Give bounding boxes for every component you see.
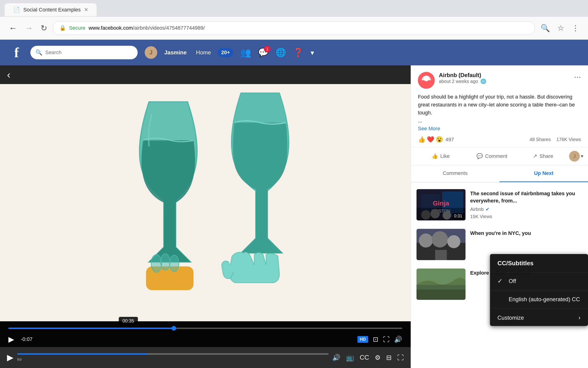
svg-point-13 bbox=[421, 210, 430, 220]
fb-main-content: ‹ bbox=[0, 65, 588, 368]
fb-nav-dropdown-icon-wrapper[interactable]: ▾ bbox=[311, 49, 314, 57]
bottom-fullscreen-button[interactable]: ⛶ bbox=[397, 354, 404, 361]
url-path: /airbnb/videos/4754877744989/ bbox=[133, 25, 205, 31]
bottom-cast-button[interactable]: 📺 bbox=[346, 354, 354, 361]
thumb-duration-1: 0:31 bbox=[452, 213, 464, 219]
tab-up-next[interactable]: Up Next bbox=[499, 165, 588, 182]
globe-icon: 🌐 bbox=[276, 48, 286, 57]
share-label: Share bbox=[539, 153, 553, 159]
post-menu-button[interactable]: ··· bbox=[574, 72, 581, 82]
progress-bar-wrapper[interactable]: 00:35 bbox=[9, 325, 402, 331]
svg-point-6 bbox=[424, 76, 429, 81]
address-input-wrapper[interactable]: 🔒 Secure www.facebook.com/airbnb/videos/… bbox=[53, 21, 535, 35]
lock-icon: 🔒 bbox=[60, 25, 66, 31]
hd-badge: HD bbox=[357, 336, 368, 343]
verified-icon-1: ✔ bbox=[486, 206, 490, 212]
share-button[interactable]: ↗ Share bbox=[518, 150, 568, 163]
sidebar-tabs: Comments Up Next bbox=[411, 165, 588, 183]
fb-nav-globe-icon-wrapper[interactable]: 🌐 bbox=[276, 48, 286, 57]
url-text: www.facebook.com/airbnb/videos/475487774… bbox=[89, 25, 205, 31]
video-thumbnail-1: Ginja KINSTON 0:31 bbox=[417, 189, 465, 221]
browser-tab[interactable]: 📄 Social Content Examples ✕ bbox=[5, 3, 97, 16]
url-secure-label: Secure bbox=[69, 25, 85, 31]
user-avatar-small: J bbox=[569, 151, 580, 162]
video-title-1: The second issue of #airbnbmag takes you… bbox=[470, 190, 582, 204]
fb-nav-friends-icon-wrapper[interactable]: 👥 bbox=[240, 47, 251, 58]
check-icon: ✓ bbox=[498, 277, 504, 285]
video-thumbnail-3 bbox=[417, 268, 465, 300]
list-item[interactable]: Ginja KINSTON 0:31 The second issue of #… bbox=[411, 185, 588, 225]
tab-comments[interactable]: Comments bbox=[411, 165, 499, 182]
svg-point-20 bbox=[447, 235, 460, 248]
bottom-miniplayer-button[interactable]: ⊟ bbox=[386, 354, 392, 361]
progress-thumb bbox=[171, 326, 176, 331]
refresh-button[interactable]: ↻ bbox=[39, 21, 49, 35]
bookmark-button[interactable]: ☆ bbox=[556, 22, 566, 34]
bottom-play-button[interactable]: ▶ bbox=[7, 353, 14, 362]
controls-row: ▶ -0:07 HD ⊡ ⛶ 🔊 bbox=[9, 335, 402, 344]
like-label: Like bbox=[440, 153, 450, 159]
cc-option-off[interactable]: ✓ Off bbox=[490, 273, 588, 289]
fb-logo: f bbox=[9, 45, 23, 61]
post-see-more[interactable]: See More bbox=[418, 126, 440, 131]
svg-point-14 bbox=[430, 209, 440, 218]
bottom-progress-area[interactable]: ke bbox=[17, 353, 329, 362]
bottom-settings-button[interactable]: ⚙ bbox=[375, 354, 381, 361]
comment-button[interactable]: 💬 Comment bbox=[467, 150, 517, 163]
browser-tab-bar: 📄 Social Content Examples ✕ bbox=[0, 0, 588, 16]
back-button[interactable]: ← bbox=[7, 21, 19, 35]
browser-window: 📄 Social Content Examples ✕ ← → ↻ 🔒 Secu… bbox=[0, 0, 588, 368]
post-reactions: 👍 ❤️ 😮 497 48 Shares 176K Views bbox=[418, 136, 581, 143]
friends-icon: 👥 bbox=[240, 48, 251, 57]
fb-nav-notification-count[interactable]: 20+ bbox=[218, 48, 233, 57]
progress-bar-filled bbox=[9, 328, 174, 329]
shares-count: 48 Shares bbox=[530, 137, 551, 142]
fullscreen-button[interactable]: ⛶ bbox=[383, 336, 389, 343]
post-body-text: Food should be a highlight of your trip,… bbox=[418, 94, 575, 116]
svg-rect-0 bbox=[60, 84, 351, 321]
video-back-button[interactable]: ‹ bbox=[7, 69, 10, 81]
bottom-progress-bar[interactable] bbox=[17, 353, 329, 355]
bottom-channel-label: ke bbox=[17, 357, 329, 362]
fb-sidebar: Airbnb (Default) about 2 weeks ago 🌐 ···… bbox=[411, 65, 588, 368]
like-button[interactable]: 👍 Like bbox=[416, 150, 466, 163]
fb-nav-avatar[interactable]: J bbox=[145, 46, 157, 59]
search-toolbar-button[interactable]: 🔍 bbox=[539, 22, 552, 34]
fb-search-box[interactable]: 🔍 bbox=[30, 46, 138, 59]
forward-button[interactable]: → bbox=[23, 21, 35, 35]
cc-customize-label: Customize bbox=[498, 314, 524, 321]
video-frame bbox=[0, 84, 411, 321]
fb-search-icon: 🔍 bbox=[36, 49, 43, 56]
tab-title: Social Content Examples bbox=[23, 7, 81, 13]
fb-nav-home[interactable]: Home bbox=[196, 49, 211, 56]
post-actions-bar: 👍 Like 💬 Comment ↗ Share J ▾ bbox=[411, 147, 588, 165]
cc-english-label: English (auto-generated) CC bbox=[509, 296, 580, 303]
wine-glass-illustration bbox=[0, 84, 411, 321]
tab-close-icon[interactable]: ✕ bbox=[84, 7, 88, 13]
bottom-progress-filled bbox=[17, 353, 148, 355]
remaining-time: -0:07 bbox=[21, 336, 32, 342]
cc-option-english[interactable]: English (auto-generated) CC bbox=[490, 291, 588, 307]
post-body: Food should be a highlight of your trip,… bbox=[418, 93, 581, 133]
fb-nav-help-icon-wrapper[interactable]: ❓ bbox=[293, 48, 303, 57]
menu-button[interactable]: ⋮ bbox=[570, 22, 581, 34]
avatar-dropdown-button[interactable]: ▾ bbox=[581, 153, 583, 159]
fb-nav-messages-icon-wrapper[interactable]: 💬 1 bbox=[258, 48, 268, 57]
fb-search-input[interactable] bbox=[45, 49, 133, 55]
comment-label: Comment bbox=[485, 153, 507, 159]
video-info-1: The second issue of #airbnbmag takes you… bbox=[470, 189, 582, 221]
svg-point-2 bbox=[151, 255, 162, 272]
post-author: Airbnb (Default) bbox=[439, 72, 486, 78]
browser-address-bar: ← → ↻ 🔒 Secure www.facebook.com/airbnb/v… bbox=[0, 16, 588, 40]
bottom-volume-button[interactable]: 🔊 bbox=[332, 354, 340, 361]
bottom-cc-button[interactable]: CC bbox=[360, 354, 369, 361]
play-pause-button[interactable]: ▶ bbox=[9, 335, 14, 344]
theater-mode-button[interactable]: ⊡ bbox=[373, 336, 378, 343]
video-area: ‹ bbox=[0, 65, 411, 368]
facebook-page: f 🔍 J Jasmine Home 20+ 👥 💬 1 🌐 ❓ bbox=[0, 40, 588, 368]
post-time: about 2 weeks ago 🌐 bbox=[439, 78, 486, 84]
mute-button[interactable]: 🔊 bbox=[394, 336, 402, 343]
progress-bar-track[interactable] bbox=[9, 328, 402, 329]
video-views-1: 15K Views bbox=[470, 214, 582, 219]
cc-customize-option[interactable]: Customize › bbox=[490, 309, 588, 326]
